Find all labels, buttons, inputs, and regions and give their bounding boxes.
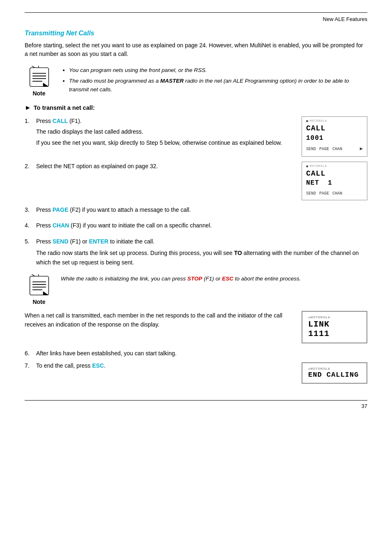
section-header: New ALE Features (25, 16, 367, 22)
step2-line1: Select the NET option as explained on pa… (36, 162, 293, 171)
display-end-calling: ●MOTOROLA END CALLING (302, 362, 367, 384)
step-row-6: 6. After links have been established, yo… (25, 350, 367, 357)
call-keyword: CALL (53, 118, 68, 124)
step3-line1: Press PAGE (F2) if you want to attach a … (36, 205, 367, 214)
motorola-logo-link: ●MOTOROLA (308, 316, 361, 319)
step-row-3: 3. Press PAGE (F2) if you want to attach… (25, 205, 367, 216)
step-row-1: 1. Press CALL (F1). The radio displays t… (25, 116, 367, 157)
svg-marker-15 (43, 291, 48, 295)
svg-line-1 (32, 66, 35, 68)
display-link-1111: ●MOTOROLA LINK 1111 (302, 311, 367, 343)
step1-with-display: Press CALL (F1). The radio displays the … (36, 116, 367, 157)
step5-line1: Press SEND (F1) or ENTER to initiate the… (36, 237, 367, 246)
softkey-chan-1: CHAN (332, 146, 342, 153)
page-number: 37 (25, 403, 367, 409)
svg-line-9 (32, 274, 35, 276)
motorola-logo-end: ●MOTOROLA (308, 367, 361, 370)
softkey-page-1: PAGE (319, 146, 329, 153)
link-display-line2: 1111 (308, 329, 361, 338)
svg-marker-7 (43, 83, 48, 86)
after-note2-paragraph: When a net call is transmitted, each mem… (25, 311, 293, 329)
note-icon-area-1: Note (25, 66, 53, 97)
note-icon-area-2: Note (25, 274, 53, 305)
esc-keyword-note: ESC (222, 276, 233, 282)
display-call-net: MOTOROLA CALL NET 1 SEND PAGE CHAN (302, 162, 367, 200)
display2-softkeys: SEND PAGE CHAN (306, 190, 363, 197)
after-note2-text: When a net call is transmitted, each mem… (25, 311, 293, 331)
section-name: New ALE Features (323, 16, 367, 22)
display1-line2: 1001 (306, 133, 363, 144)
page-keyword: PAGE (53, 206, 69, 213)
step-num-2: 2. (25, 162, 36, 171)
display1-softkeys: SEND PAGE CHAN ▶ (306, 145, 363, 153)
display2-line1: CALL (306, 169, 363, 178)
step-row-2: 2. Select the NET option as explained on… (25, 162, 367, 200)
note2-text: While the radio is initializing the link… (61, 276, 301, 282)
after-note2-section: When a net call is transmitted, each mem… (25, 311, 367, 343)
note-content-2: While the radio is initializing the link… (61, 274, 301, 283)
end-display-line1: END CALLING (308, 371, 361, 379)
softkey-page-2: PAGE (319, 190, 329, 197)
step-heading-text: To transmit a net call: (34, 104, 95, 111)
step-num-4: 4. (25, 221, 36, 230)
note-box-2: Note While the radio is initializing the… (25, 274, 367, 305)
step-content-6: After links have been established, you c… (36, 350, 367, 357)
step-row-5: 5. Press SEND (F1) or ENTER to initiate … (25, 237, 367, 269)
svg-rect-8 (30, 276, 48, 295)
step2-display-col: MOTOROLA CALL NET 1 SEND PAGE CHAN (302, 162, 367, 200)
softkey-chan-2: CHAN (332, 190, 342, 197)
step1-displays: MOTOROLA CALL 1001 SEND PAGE CHAN ▶ (302, 116, 367, 157)
step-content-7: To end the call, press ESC. (36, 362, 293, 369)
stop-keyword: STOP (187, 276, 203, 282)
step-arrow-icon: ► (25, 104, 31, 111)
step-content-3: Press PAGE (F2) if you want to attach a … (36, 205, 367, 216)
softkey-send-1: SEND (306, 146, 316, 153)
step-heading: ► To transmit a net call: (25, 104, 367, 111)
header-rule (25, 12, 367, 13)
step-num-5: 5. (25, 237, 36, 246)
section-title: Transmitting Net Calls (25, 30, 367, 37)
step7-section: 7. To end the call, press ESC. ●MOTOROLA… (25, 362, 367, 384)
note-icon-2 (28, 274, 51, 297)
note-content-1: You can program nets using the front pan… (61, 66, 367, 96)
step-content-4: Press CHAN (F3) if you want to initiate … (36, 221, 367, 232)
display1-line1: CALL (306, 124, 363, 133)
step-content-2: Select the NET option as explained on pa… (36, 162, 367, 200)
step5-line2: The radio now starts the link set up pro… (36, 248, 367, 267)
note-label-2: Note (32, 299, 45, 305)
footer-rule (25, 400, 367, 401)
step1-line3: If you see the net you want, skip direct… (36, 138, 293, 147)
esc-keyword-step7: ESC (92, 362, 104, 369)
display-call-1001: MOTOROLA CALL 1001 SEND PAGE CHAN ▶ (302, 116, 367, 157)
chan-keyword: CHAN (53, 222, 69, 229)
display1-arrow: ▶ (360, 145, 363, 153)
step-row-7: 7. To end the call, press ESC. (25, 362, 293, 369)
motorola-logo-2: MOTOROLA (306, 164, 363, 169)
step4-line1: Press CHAN (F3) if you want to initiate … (36, 221, 367, 230)
step1-line2: The radio displays the last called addre… (36, 127, 293, 136)
note1-bullet2: The radio must be programmed as a MASTER… (69, 76, 367, 94)
softkey-send-2: SEND (306, 190, 316, 197)
step-num-6: 6. (25, 350, 36, 357)
step2-with-display: Select the NET option as explained on pa… (36, 162, 367, 200)
svg-rect-0 (30, 68, 48, 87)
enter-keyword: ENTER (89, 238, 108, 245)
motorola-logo-1: MOTOROLA (306, 119, 363, 123)
step6-text: After links have been established, you c… (36, 350, 367, 357)
steps-area: 1. Press CALL (F1). The radio displays t… (25, 116, 367, 269)
link-display-line1: LINK (308, 320, 361, 329)
display2-line2: NET 1 (306, 178, 363, 189)
step-num-3: 3. (25, 205, 36, 214)
step7-text: To end the call, press ESC. (36, 362, 293, 369)
note-label-1: Note (32, 90, 45, 97)
step-content-1: Press CALL (F1). The radio displays the … (36, 116, 367, 157)
step1-text: Press CALL (F1). The radio displays the … (36, 116, 293, 149)
intro-text: Before starting, select the net you want… (25, 41, 367, 58)
send-keyword: SEND (53, 238, 69, 245)
step7-left: 7. To end the call, press ESC. (25, 362, 293, 373)
note-icon-1 (28, 66, 51, 88)
step-row-4: 4. Press CHAN (F3) if you want to initia… (25, 221, 367, 232)
note-box-1: Note You can program nets using the fron… (25, 66, 367, 97)
step-content-5: Press SEND (F1) or ENTER to initiate the… (36, 237, 367, 269)
step-num-1: 1. (25, 116, 36, 125)
